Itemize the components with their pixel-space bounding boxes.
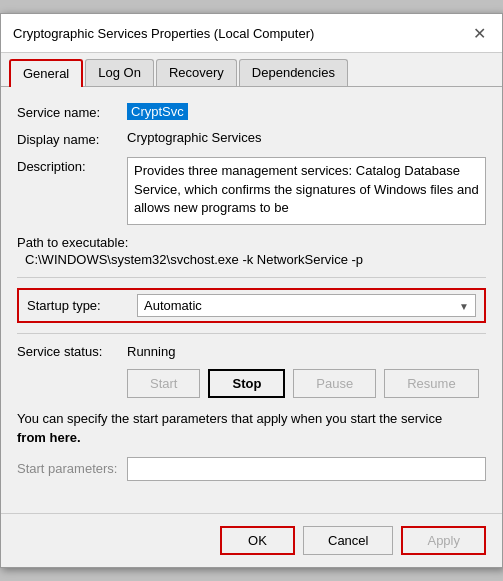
description-row: Description: Provides three management s… xyxy=(17,157,486,225)
display-name-value: Cryptographic Services xyxy=(127,130,486,145)
info-text-line1: You can specify the start parameters tha… xyxy=(17,411,442,426)
close-button[interactable]: ✕ xyxy=(468,22,490,44)
tab-dependencies[interactable]: Dependencies xyxy=(239,59,348,86)
startup-type-row: Startup type: Automatic Automatic (Delay… xyxy=(17,288,486,323)
ok-button[interactable]: OK xyxy=(220,526,295,555)
service-name-highlight: CryptSvc xyxy=(127,103,188,120)
service-name-label: Service name: xyxy=(17,103,127,120)
divider-2 xyxy=(17,333,486,334)
description-box: Provides three management services: Cata… xyxy=(127,157,486,225)
display-name-row: Display name: Cryptographic Services xyxy=(17,130,486,147)
divider-1 xyxy=(17,277,486,278)
info-text-line2: from here. xyxy=(17,430,81,445)
control-buttons-row: Start Stop Pause Resume xyxy=(127,369,486,398)
start-params-row: Start parameters: xyxy=(17,457,486,481)
path-section: Path to executable: C:\WINDOWS\system32\… xyxy=(17,235,486,267)
service-status-row: Service status: Running xyxy=(17,344,486,359)
start-params-label: Start parameters: xyxy=(17,461,127,476)
stop-button[interactable]: Stop xyxy=(208,369,285,398)
title-bar: Cryptographic Services Properties (Local… xyxy=(1,14,502,53)
window-title: Cryptographic Services Properties (Local… xyxy=(13,26,314,41)
service-name-row: Service name: CryptSvc xyxy=(17,103,486,120)
path-label: Path to executable: xyxy=(17,235,486,250)
service-name-value: CryptSvc xyxy=(127,103,486,120)
startup-select-wrapper[interactable]: Automatic Automatic (Delayed Start) Manu… xyxy=(137,294,476,317)
bottom-divider xyxy=(1,513,502,514)
pause-button[interactable]: Pause xyxy=(293,369,376,398)
start-params-input[interactable] xyxy=(127,457,486,481)
tab-recovery[interactable]: Recovery xyxy=(156,59,237,86)
startup-type-label: Startup type: xyxy=(27,298,137,313)
dialog-buttons-row: OK Cancel Apply xyxy=(1,526,502,567)
start-button[interactable]: Start xyxy=(127,369,200,398)
properties-dialog: Cryptographic Services Properties (Local… xyxy=(0,13,503,567)
service-status-label: Service status: xyxy=(17,344,127,359)
startup-type-select[interactable]: Automatic Automatic (Delayed Start) Manu… xyxy=(138,295,475,316)
resume-button[interactable]: Resume xyxy=(384,369,478,398)
general-tab-content: Service name: CryptSvc Display name: Cry… xyxy=(1,87,502,504)
description-value: Provides three management services: Cata… xyxy=(127,157,486,225)
apply-button[interactable]: Apply xyxy=(401,526,486,555)
path-value: C:\WINDOWS\system32\svchost.exe -k Netwo… xyxy=(17,252,486,267)
description-label: Description: xyxy=(17,157,127,174)
service-status-value: Running xyxy=(127,344,175,359)
info-text: You can specify the start parameters tha… xyxy=(17,410,486,446)
tab-logon[interactable]: Log On xyxy=(85,59,154,86)
tab-bar: General Log On Recovery Dependencies xyxy=(1,53,502,87)
tab-general[interactable]: General xyxy=(9,59,83,87)
display-name-label: Display name: xyxy=(17,130,127,147)
cancel-button[interactable]: Cancel xyxy=(303,526,393,555)
